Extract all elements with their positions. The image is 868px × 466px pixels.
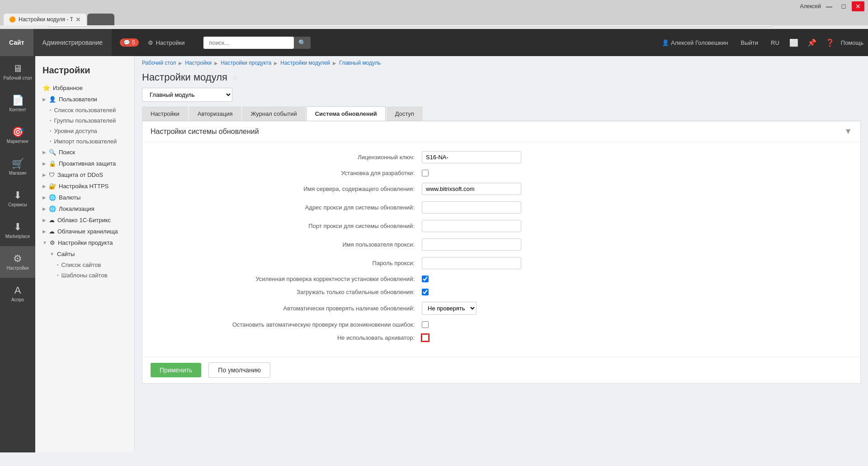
update-server[interactable] [422,183,521,195]
language-selector[interactable]: RU [767,38,783,48]
user-menu-button[interactable]: 👤 Алексей Головешкин [658,38,732,48]
sidebar-sub-3[interactable]: •Группы пользователей [35,115,134,126]
proxy-password[interactable] [422,257,521,269]
sidebar-section-7[interactable]: ▶🔒Проактивная защита [35,158,134,169]
settings-icon: ⚙ [148,39,153,46]
tab-4[interactable]: Доступ [387,106,423,121]
sidebar-section-8[interactable]: ▶🛡Защита от DDoS [35,169,134,181]
action-bar: Применить По умолчанию [142,357,860,383]
tabs-bar: НастройкиАвторизацияЖурнал событийСистем… [142,106,861,121]
breadcrumb: Рабочий стол▶Настройки▶Настройки продукт… [135,56,868,70]
auto-check[interactable]: Не проверятьЕжедневноЕженедельно [422,302,476,315]
sidebar-sub-16[interactable]: •Список сайтов [35,260,134,270]
sidebar-sub-17[interactable]: •Шаблоны сайтов [35,270,134,281]
sidebar-section-13[interactable]: ▶☁Облачные хранилища [35,226,134,237]
form-label-6: Пароль прокси: [151,260,422,266]
content-area: Рабочий стол▶Настройки▶Настройки продукт… [135,56,868,452]
form-row: Пароль прокси: [151,257,852,269]
breadcrumb-item-4[interactable]: Главный модуль [339,60,381,66]
stable-only[interactable] [422,289,429,295]
tab-2[interactable]: Журнал событий [242,106,306,121]
favorite-star-icon[interactable]: ☆ [232,73,238,82]
close-button[interactable]: ✕ [852,1,864,11]
form-row: Порт прокси для системы обновлений: [151,220,852,232]
breadcrumb-item-2[interactable]: Настройки продукта [221,60,271,66]
browser-title-text: Алексей [800,3,821,10]
maximize-button[interactable]: □ [837,1,850,11]
sidebar-sub-2[interactable]: •Список пользователей [35,105,134,115]
sidebar-icon-content[interactable]: 📄Контент [0,88,35,119]
sidebar-nav: Настройки ⭐Избранное▶👤Пользователи•Списо… [35,56,135,452]
user-icon: 👤 [662,39,669,46]
inactive-tab[interactable] [87,14,114,25]
sidebar-icon-marketing[interactable]: 🎯Маркетинг [0,119,35,151]
minimize-button[interactable]: — [823,1,835,11]
proxy-address[interactable] [422,201,521,214]
default-button[interactable]: По умолчанию [208,362,270,378]
sidebar-icon-marketplace[interactable]: ⬇Marketplace [0,214,35,246]
help-btn[interactable]: ❓ [823,37,837,49]
screen-btn[interactable]: ⬜ [787,37,801,49]
breadcrumb-item-1[interactable]: Настройки [185,60,212,66]
sidebar-title: Настройки [35,61,134,82]
sidebar-section-11[interactable]: ▶🌐Локализация [35,203,134,214]
pin-btn[interactable]: 📌 [805,37,819,49]
form-label-11: Не использовать архиватор: [151,334,422,341]
no-archiver[interactable] [422,334,429,341]
admin-button[interactable]: Администрирование [33,29,112,56]
sidebar-section-9[interactable]: ▶🔐Настройка HTTPS [35,181,134,192]
module-selector: Главный модуль [135,88,868,106]
settings-label: Настройки [156,39,185,46]
help-label: Помощь [841,39,863,46]
stop-on-error[interactable] [422,321,429,328]
form-label-9: Автоматически проверять наличие обновлен… [151,305,422,312]
sidebar-sub-4[interactable]: •Уровни доступа [35,126,134,136]
tab-1[interactable]: Авторизация [189,106,241,121]
sidebar-icon-aspro[interactable]: AАспро [0,278,35,309]
sidebar-section-12[interactable]: ▶☁Облако 1С-Битрикс [35,214,134,226]
sidebar-sub-5[interactable]: •Импорт пользователей [35,136,134,147]
app-header: Сайт Администрирование 💬 5 ⚙ Настройки 🔍… [0,29,868,56]
active-tab[interactable]: 🟠 Настройки модуля - Те... ✕ [4,14,86,25]
tab-close-button[interactable]: ✕ [75,16,81,23]
sidebar-icon-services[interactable]: ⬇Сервисы [0,183,35,214]
page-title: Настройки модуля [142,71,227,83]
tab-title: Настройки модуля - Те... [19,16,73,23]
dev-install[interactable] [422,170,429,176]
header-search: 🔍 [203,37,649,49]
form-label-5: Имя пользователя прокси: [151,241,422,248]
search-input[interactable] [203,37,294,49]
settings-button[interactable]: ⚙ Настройки [142,38,190,48]
sidebar-icons: 🖥Рабочий стол📄Контент🎯Маркетинг🛒Магазин⬇… [0,56,35,452]
sidebar-section-10[interactable]: ▶🌐Валюты [35,192,134,203]
strict-check[interactable] [422,276,429,282]
form-label-4: Порт прокси для системы обновлений: [151,223,422,229]
proxy-port[interactable] [422,220,521,232]
site-button[interactable]: Сайт [0,29,33,56]
form-label-2: Имя сервера, содержащего обновления: [151,185,422,192]
breadcrumb-item-3[interactable]: Настройки модулей [280,60,330,66]
tab-0[interactable]: Настройки [142,106,188,121]
collapse-button[interactable]: ▼ [844,127,852,136]
notifications-badge[interactable]: 💬 5 [120,38,139,47]
license-key[interactable] [422,151,521,163]
form-label-7: Усиленная проверка корректности установк… [151,276,422,282]
sidebar-section-1[interactable]: ▶👤Пользователи [35,94,134,105]
form-row: Не использовать архиватор: [151,334,852,341]
sidebar-section-6[interactable]: ▶🔍Поиск [35,147,134,158]
sidebar-icon-shop[interactable]: 🛒Магазин [0,151,35,183]
module-select[interactable]: Главный модуль [142,88,232,102]
sidebar-icon-settings[interactable]: ⚙Настройки [0,246,35,278]
exit-button[interactable]: Выйти [736,38,764,48]
sidebar-item-0[interactable]: ⭐Избранное [35,82,134,94]
form-row: Лицензионный ключ: [151,151,852,163]
breadcrumb-arrow: ▶ [274,61,278,66]
sidebar-icon-desktop[interactable]: 🖥Рабочий стол [0,56,35,88]
breadcrumb-item-0[interactable]: Рабочий стол [142,60,176,66]
sidebar-section-14[interactable]: ▼⚙Настройки продукта [35,237,134,248]
tab-3[interactable]: Система обновлений [307,106,386,121]
proxy-username[interactable] [422,238,521,251]
sidebar-sub-section-15[interactable]: ▼Сайты [35,248,134,260]
apply-button[interactable]: Применить [151,363,201,377]
search-button[interactable]: 🔍 [294,37,311,49]
